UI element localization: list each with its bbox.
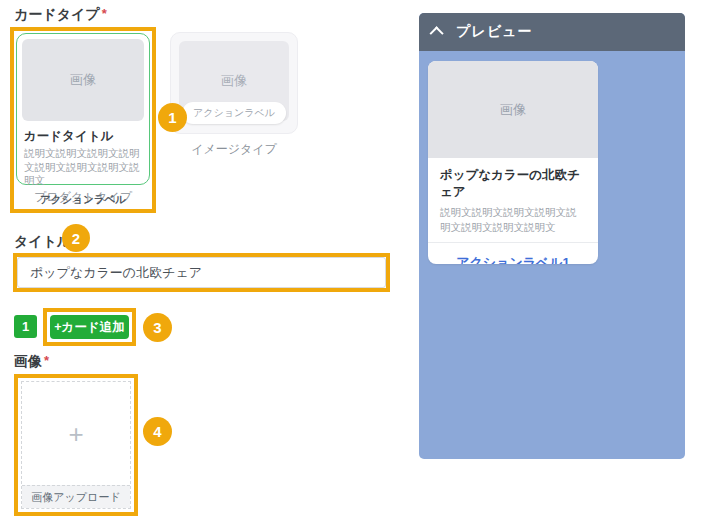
plus-icon: +: [68, 421, 83, 447]
product-card-title: カードタイトル: [24, 128, 142, 145]
annotation-box-title: [13, 253, 390, 292]
image-type-action-pill: アクションラベル: [182, 102, 286, 124]
image-placeholder-label: 画像: [500, 101, 526, 119]
image-upload-body[interactable]: +: [22, 382, 130, 485]
card-type-label: カードタイプ*: [14, 6, 107, 24]
annotation-box-add-card: +カード追加: [43, 308, 136, 346]
image-type-label: イメージタイプ: [170, 141, 298, 158]
required-asterisk: *: [44, 353, 49, 368]
card-type-option-product[interactable]: 画像 カードタイトル 説明文説明文説明文説明文説明文説明文説明文説明文 アクショ…: [16, 33, 150, 185]
image-field-label-text: 画像: [14, 353, 42, 369]
title-input[interactable]: [17, 257, 386, 288]
product-image-placeholder: 画像: [22, 39, 144, 121]
preview-title: プレビュー: [456, 23, 532, 41]
required-asterisk: *: [102, 6, 107, 21]
preview-card-body: ポップなカラーの北欧チェア 説明文説明文説明文説明文説明文説明文説明文説明文: [428, 158, 598, 242]
annotation-badge-1: 1: [158, 103, 187, 132]
card-type-label-text: カードタイプ: [14, 6, 100, 22]
image-field-label: 画像*: [14, 353, 49, 371]
annotation-box-image-upload: + 画像アップロード: [14, 374, 138, 516]
annotation-badge-3: 3: [143, 313, 172, 342]
chevron-up-icon: [430, 26, 444, 40]
add-card-button[interactable]: +カード追加: [50, 315, 129, 339]
card-type-option-image[interactable]: 画像 アクションラベル: [170, 32, 298, 134]
card-tab-1[interactable]: 1: [14, 315, 37, 338]
preview-card: 画像 ポップなカラーの北欧チェア 説明文説明文説明文説明文説明文説明文説明文説明…: [428, 61, 598, 264]
preview-card-title: ポップなカラーの北欧チェア: [440, 167, 586, 201]
image-placeholder-label: 画像: [221, 72, 247, 90]
preview-action-link[interactable]: アクションラベル1: [428, 242, 598, 264]
card-message-editor: カードタイプ* 画像 カードタイトル 説明文説明文説明文説明文説明文説明文説明文…: [0, 0, 715, 530]
annotation-badge-2: 2: [62, 224, 90, 252]
preview-header[interactable]: プレビュー: [419, 13, 685, 51]
image-upload-dropzone[interactable]: + 画像アップロード: [21, 381, 131, 509]
preview-image-placeholder: 画像: [428, 61, 598, 158]
preview-panel: プレビュー 画像 ポップなカラーの北欧チェア 説明文説明文説明文説明文説明文説明…: [419, 13, 685, 459]
image-placeholder-label: 画像: [70, 71, 96, 89]
annotation-box-card-type: 画像 カードタイトル 説明文説明文説明文説明文説明文説明文説明文説明文 アクショ…: [10, 27, 156, 213]
product-card-description: 説明文説明文説明文説明文説明文説明文説明文説明文: [24, 147, 142, 188]
annotation-badge-4: 4: [143, 417, 172, 446]
preview-card-description: 説明文説明文説明文説明文説明文説明文説明文説明文: [440, 205, 586, 234]
image-upload-button[interactable]: 画像アップロード: [22, 485, 130, 508]
product-card-action-label: アクションラベル: [22, 193, 144, 207]
